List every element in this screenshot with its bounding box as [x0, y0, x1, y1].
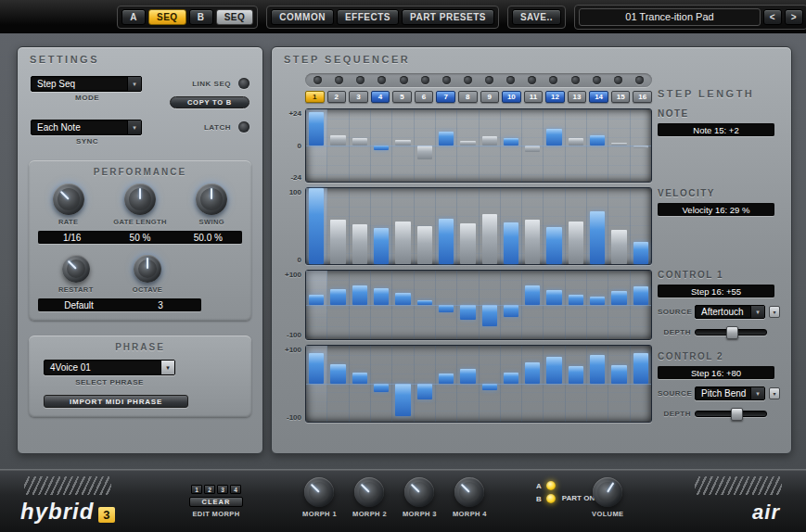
velocity-bar-8[interactable] — [460, 223, 475, 264]
note-bar-5[interactable] — [395, 140, 410, 146]
tab-effects[interactable]: EFFECTS — [337, 9, 399, 25]
step-column-7[interactable] — [436, 346, 457, 422]
control2-bar-10[interactable] — [504, 373, 518, 384]
control2-bar-4[interactable] — [374, 384, 389, 392]
step-column-6[interactable] — [415, 346, 436, 422]
step-column-8[interactable] — [457, 109, 479, 182]
octave-knob[interactable] — [134, 255, 161, 283]
control2-bar-8[interactable] — [460, 369, 475, 384]
step-column-5[interactable] — [392, 346, 414, 422]
control2-bar-13[interactable] — [569, 366, 583, 384]
lane-plot-note[interactable] — [305, 108, 652, 183]
velocity-bar-16[interactable] — [633, 242, 648, 264]
lane-plot-control2[interactable] — [305, 345, 652, 423]
step-column-5[interactable] — [392, 188, 414, 264]
note-bar-6[interactable] — [417, 146, 432, 159]
control2-bar-6[interactable] — [417, 384, 432, 399]
step-column-16[interactable] — [631, 271, 651, 339]
control1-bar-7[interactable] — [439, 305, 454, 312]
morph-2-knob[interactable] — [354, 477, 384, 507]
morph-4-knob[interactable] — [454, 477, 484, 507]
step-column-3[interactable] — [350, 346, 371, 422]
velocity-bar-14[interactable] — [590, 211, 605, 264]
seq-b-button[interactable]: SEQ — [216, 9, 254, 25]
step-column-3[interactable] — [350, 271, 371, 339]
step-column-1[interactable] — [306, 188, 327, 264]
step-column-11[interactable] — [522, 109, 544, 182]
control1-bar-6[interactable] — [417, 300, 432, 305]
step-column-2[interactable] — [327, 109, 349, 182]
step-column-2[interactable] — [327, 346, 349, 422]
note-bar-15[interactable] — [611, 143, 626, 146]
rate-knob[interactable] — [53, 184, 84, 215]
control1-bar-3[interactable] — [352, 285, 367, 305]
control2-bar-15[interactable] — [611, 365, 626, 385]
step-column-2[interactable] — [327, 271, 349, 339]
note-bar-1[interactable] — [309, 112, 324, 146]
control2-depth-slider[interactable] — [695, 411, 767, 417]
note-bar-12[interactable] — [546, 129, 561, 146]
velocity-bar-4[interactable] — [374, 228, 389, 264]
preset-prev-button[interactable]: < — [763, 9, 782, 25]
step-button-8[interactable]: 8 — [458, 91, 478, 103]
edit-morph-button-1[interactable]: 1 — [191, 485, 202, 494]
link-seq-led[interactable] — [238, 78, 249, 89]
step-column-8[interactable] — [457, 188, 479, 264]
step-column-16[interactable] — [631, 346, 651, 422]
step-column-8[interactable] — [457, 271, 479, 339]
step-column-12[interactable] — [544, 109, 565, 182]
step-button-6[interactable]: 6 — [415, 91, 434, 103]
step-column-14[interactable] — [587, 271, 608, 339]
step-button-2[interactable]: 2 — [327, 91, 347, 103]
control1-source-select[interactable]: Aftertouch ▾ — [695, 305, 765, 319]
part-b-button[interactable]: B — [189, 9, 213, 25]
copy-to-b-button[interactable]: COPY TO B — [170, 96, 249, 108]
step-column-11[interactable] — [522, 346, 544, 422]
control2-bar-5[interactable] — [395, 384, 410, 416]
velocity-bar-11[interactable] — [525, 220, 540, 264]
control2-bar-14[interactable] — [590, 355, 605, 384]
step-column-8[interactable] — [457, 346, 479, 422]
step-column-4[interactable] — [371, 188, 392, 264]
control2-bar-11[interactable] — [525, 362, 540, 384]
note-bar-14[interactable] — [590, 135, 605, 146]
step-column-11[interactable] — [522, 271, 544, 339]
control1-bar-1[interactable] — [309, 295, 324, 305]
step-column-7[interactable] — [436, 188, 457, 264]
velocity-bar-15[interactable] — [611, 230, 626, 264]
step-button-14[interactable]: 14 — [589, 91, 608, 103]
volume-knob[interactable] — [593, 477, 622, 507]
control1-bar-13[interactable] — [569, 295, 583, 305]
mode-select[interactable]: Step Seq ▾ — [31, 76, 142, 92]
control1-bar-9[interactable] — [482, 305, 497, 326]
clear-button[interactable]: CLEAR — [189, 497, 243, 507]
note-bar-11[interactable] — [525, 146, 540, 152]
control1-bar-2[interactable] — [330, 289, 345, 305]
step-column-9[interactable] — [480, 188, 501, 264]
control1-bar-11[interactable] — [525, 285, 540, 305]
morph-1-knob[interactable] — [304, 477, 334, 507]
step-column-6[interactable] — [415, 271, 436, 339]
step-column-3[interactable] — [350, 188, 371, 264]
step-button-13[interactable]: 13 — [568, 91, 587, 103]
velocity-bar-2[interactable] — [330, 220, 345, 264]
tab-part-presets[interactable]: PART PRESETS — [402, 9, 494, 25]
step-column-2[interactable] — [327, 188, 349, 264]
chevron-down-icon[interactable]: ▾ — [769, 306, 780, 318]
step-column-13[interactable] — [566, 109, 587, 182]
step-column-12[interactable] — [544, 188, 565, 264]
step-column-13[interactable] — [566, 346, 587, 422]
step-column-13[interactable] — [566, 188, 587, 264]
control2-bar-3[interactable] — [352, 373, 367, 384]
tab-common[interactable]: COMMON — [271, 9, 334, 25]
part-b-led[interactable] — [546, 494, 556, 503]
velocity-bar-1[interactable] — [309, 188, 324, 264]
note-bar-9[interactable] — [482, 136, 497, 146]
step-column-4[interactable] — [371, 346, 392, 422]
restart-knob[interactable] — [62, 255, 90, 283]
note-bar-13[interactable] — [569, 138, 583, 146]
step-button-10[interactable]: 10 — [502, 91, 521, 103]
note-bar-4[interactable] — [374, 146, 389, 150]
step-column-9[interactable] — [480, 346, 501, 422]
control2-bar-2[interactable] — [330, 364, 345, 384]
